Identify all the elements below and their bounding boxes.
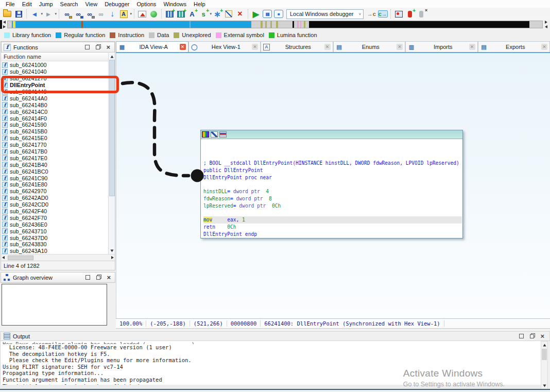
function-row-sub_66241BC0[interactable]: fsub_66241BC0 [1,168,108,175]
navband-scroll-left[interactable] [2,20,7,29]
code-line[interactable]: public DllEntryPoint [203,167,462,174]
vscroll-thumb[interactable] [109,60,115,196]
function-row-sub_662414A0[interactable]: fsub_662414A0 [1,95,108,101]
node-edit-icon[interactable] [211,131,218,138]
code-line[interactable] [203,210,462,217]
function-row-sub_66243710[interactable]: fsub_66243710 [1,228,108,234]
menu-search[interactable]: Search [57,1,82,7]
debugger-windows-icon[interactable] [393,9,404,19]
output-vscrollbar[interactable] [541,341,548,389]
function-row-sub_66241770[interactable]: fsub_66241770 [1,142,108,148]
scroll-down-icon[interactable] [542,383,547,388]
tab-ida-view-a[interactable]: ▦IDA View-A✕ [116,41,188,52]
function-row-sub_66241590[interactable]: fsub_66241590 [1,122,108,128]
vscroll-thumb[interactable] [542,349,547,360]
close-icon[interactable]: ✕ [180,44,186,50]
menu-debugger[interactable]: Debugger [101,1,133,7]
debugger-run-icon[interactable]: ▶ [251,9,261,19]
function-row-sub_662437D0[interactable]: fsub_662437D0 [1,234,108,241]
code-line[interactable] [203,181,462,188]
set-colors-icon[interactable]: A▾ [118,9,129,19]
database-snapshot-icon[interactable] [137,9,147,19]
function-row-sub_66242AD0[interactable]: fsub_66242AD0 [1,195,108,201]
float-icon[interactable] [96,45,100,49]
close-icon[interactable]: ✕ [469,44,475,50]
sequence-search-icon[interactable]: ∞ [84,9,95,19]
maximize-icon[interactable] [519,334,524,338]
navigate-forward-icon[interactable]: ►▾ [43,9,54,19]
scroll-left-icon[interactable] [2,256,5,259]
code-line[interactable]: hinstDLL= dword ptr 4 [203,188,462,195]
navigation-band[interactable] [7,21,543,28]
hscroll-thumb[interactable] [8,255,33,260]
close-icon[interactable]: ✕ [397,44,403,50]
function-row-sub_662414B0[interactable]: fsub_662414B0 [1,101,108,108]
function-row-sub_66241040[interactable]: fsub_66241040 [1,69,108,75]
navband-scroll-right[interactable] [544,20,548,29]
open-pseudocode-icon[interactable]: c→ [377,9,388,19]
maximize-icon[interactable] [85,275,90,280]
menu-view[interactable]: View [81,1,101,7]
code-line[interactable]: retn 0Ch [203,224,462,231]
disassembly-node-dllentrypoint[interactable]: ; BOOL __stdcall DllEntryPoint(HINSTANCE… [200,130,463,238]
function-row-sub_662436E0[interactable]: fsub_662436E0 [1,221,108,228]
tab-hex-view-1[interactable]: ◯Hex View-1✕ [188,41,261,52]
create-function-icon[interactable]: + [164,9,175,19]
function-name-column-header[interactable]: Function name [1,53,115,61]
function-row-sub_662414C0[interactable]: fsub_662414C0 [1,108,108,115]
close-icon[interactable]: × [107,275,111,280]
menu-file[interactable]: File [2,1,19,7]
menu-edit[interactable]: Edit [19,1,36,7]
tab-exports[interactable]: ▤Exports✕ [478,41,550,52]
function-row-sub_66241B40[interactable]: fsub_66241B40 [1,161,108,168]
create-data-icon[interactable]: + [176,9,186,19]
close-icon[interactable]: ✕ [252,44,258,50]
function-row-sub_662415E0[interactable]: fsub_662415E0 [1,135,108,142]
close-icon[interactable]: ✕ [541,44,547,50]
tab-enums[interactable]: ▤Enums✕ [333,41,406,52]
undefine-icon[interactable]: × [235,9,245,19]
function-row-sub_66242970[interactable]: fsub_66242970 [1,188,108,195]
scroll-right-icon[interactable] [111,256,114,259]
graph-overview-canvas[interactable] [2,284,107,326]
code-line[interactable]: DllEntryPoint endp [203,231,462,238]
save-file-icon[interactable] [13,9,24,19]
menu-jump[interactable]: Jump [36,1,57,7]
binary-search-icon[interactable]: ∞ [62,9,72,19]
run-until-return-icon[interactable]: →c [366,9,376,19]
jump-address-icon[interactable]: ↓ [107,9,117,19]
function-row-sub_66243830[interactable]: fsub_66243830 [1,241,108,248]
ida-graph-view[interactable]: ; BOOL __stdcall DllEntryPoint(HINSTANCE… [116,53,550,318]
function-row-sub_66242CD0[interactable]: fsub_66242CD0 [1,201,108,208]
function-row-sub_662417B0[interactable]: fsub_662417B0 [1,148,108,155]
maximize-icon[interactable] [85,45,90,49]
tab-imports[interactable]: ▥Imports✕ [405,41,478,52]
edit-function-icon[interactable] [224,9,234,19]
code-line[interactable]: lpReserved= dword ptr 0Ch [203,202,462,210]
menu-windows[interactable]: Windows [160,1,190,7]
debugger-pause-icon[interactable]: ▮▮ [262,9,272,19]
remove-breakpoint-icon[interactable]: × [416,9,426,19]
navigate-back-icon[interactable]: ◄▾ [29,9,40,19]
function-row-sub_66242F40[interactable]: fsub_66242F40 [1,208,108,215]
function-row-sub_662414F0[interactable]: fsub_662414F0 [1,115,108,122]
create-pattern-icon[interactable]: ∗+ [212,9,222,19]
close-icon[interactable]: × [540,334,544,338]
function-list-vscrollbar[interactable] [108,53,115,254]
close-icon[interactable]: ✕ [324,44,331,50]
code-line[interactable]: ; BOOL __stdcall DllEntryPoint(HINSTANCE… [203,160,462,167]
function-row-sub_66241E80[interactable]: fsub_66241E80 [1,181,108,188]
close-icon[interactable]: × [106,45,110,49]
scroll-up-icon[interactable] [109,54,115,59]
function-row-sub_662417E0[interactable]: fsub_662417E0 [1,155,108,161]
function-row-sub_66243A10[interactable]: fsub_66243A10 [1,248,108,254]
function-row-sub_66242F70[interactable]: fsub_66242F70 [1,214,108,221]
float-icon[interactable] [530,334,534,338]
code-line[interactable]: mov eax, 1 [203,216,462,224]
scroll-down-icon[interactable] [109,248,115,253]
code-line[interactable]: DllEntryPoint proc near [203,174,462,181]
menu-help[interactable]: Help [190,1,209,7]
scroll-up-icon[interactable] [542,342,547,348]
function-row-sub_66241270[interactable]: fsub_66241270 [1,75,108,82]
lumina-icon[interactable] [148,9,159,19]
